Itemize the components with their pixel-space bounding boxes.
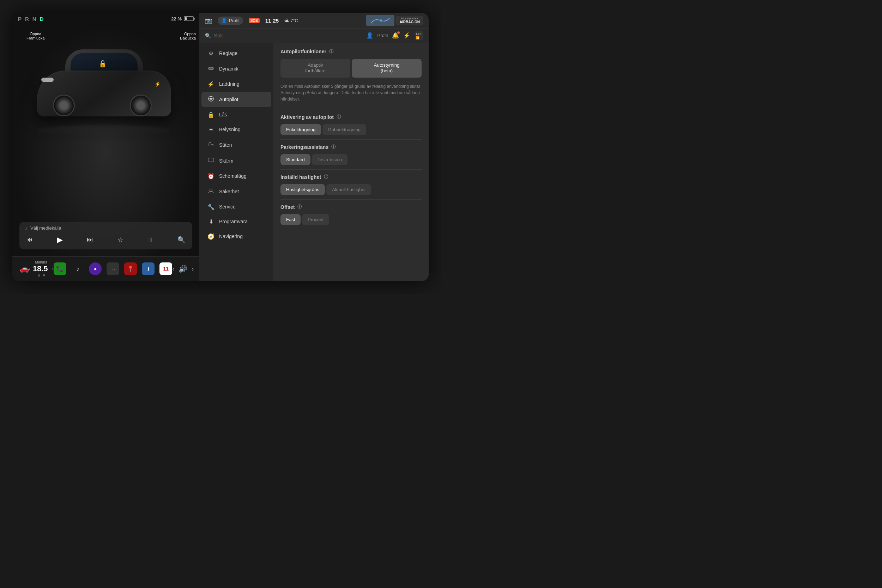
phone-app-icon[interactable]: 📞 [54, 262, 66, 275]
autopilot-description: Om en miss Autopilot sker 5 gånger på gr… [280, 83, 422, 108]
left-panel: P R N D 22 % [12, 13, 200, 281]
prev-nav-button[interactable]: ‹ [172, 265, 174, 273]
autopilot-section-title: Autopilotfunktioner ⓘ [280, 49, 422, 55]
bottom-right-icons: ‹ 🔊 › [172, 264, 194, 273]
autopilot-functions-label: Autopilotfunktioner [280, 49, 326, 54]
sidebar-item-sakerhet[interactable]: Säkerhet [201, 184, 271, 199]
reglage-icon: ⚙ [207, 50, 215, 57]
parking-section-title: Parkeringsassistans ⓘ [280, 144, 422, 150]
media-app-icon[interactable]: ● [89, 262, 102, 275]
sidebar-item-skarm[interactable]: Skärm [201, 153, 271, 169]
parking-info-icon[interactable]: ⓘ [331, 144, 336, 150]
offset-section-title: Offset ⓘ [280, 204, 422, 210]
car-status-icon[interactable]: 🚗 [20, 264, 29, 273]
offset-info-icon[interactable]: ⓘ [297, 204, 302, 210]
sidebar-item-las[interactable]: 🔒 Lås [201, 108, 271, 122]
weather-icon: 🌥 [284, 18, 289, 23]
prnd-display: P R N D [18, 16, 45, 22]
standard-parking-button[interactable]: Standard [280, 154, 310, 165]
sidebar-item-reglage[interactable]: ⚙ Reglage [201, 46, 271, 61]
sidebar-item-laddning[interactable]: ⚡ Laddning [201, 77, 271, 92]
battery-icon [184, 16, 194, 21]
autosteer-button[interactable]: Autostyrning (beta) [352, 59, 422, 78]
parking-options-group: Standard Tesla Vision [280, 154, 422, 165]
header-time: 11:25 [265, 18, 279, 24]
speed-section-title: Inställd hastighet ⓘ [280, 174, 422, 180]
svg-point-11 [212, 68, 213, 69]
equalizer-button[interactable]: ⫼ [146, 235, 155, 245]
sidebar-item-service[interactable]: 🔧 Service [201, 200, 271, 214]
search-icon: 🔍 [205, 33, 211, 39]
calendar-app-icon[interactable]: 11 [159, 262, 172, 275]
navigation-pin-icon[interactable]: 📍 [124, 262, 137, 275]
sos-badge[interactable]: SOS [249, 18, 260, 23]
bluetooth-icon[interactable]: ⚡ [403, 32, 410, 39]
speed-options-group: Hastighetsgräns Aktuell hastighet [280, 184, 422, 195]
autopilot-mode-group: Adaptiv farthållare Autostyrning (beta) [280, 59, 422, 78]
programvara-icon: ⬇ [207, 218, 215, 225]
speed-limit-button[interactable]: Hastighetsgräns [280, 184, 325, 195]
battery-fill [185, 17, 187, 20]
service-icon: 🔧 [207, 204, 215, 210]
music-app-icon[interactable]: ♪ [71, 262, 84, 275]
sidebar-label-reglage: Reglage [219, 51, 237, 56]
prnd-n: N [33, 16, 37, 22]
sidebar-item-dynamik[interactable]: Dynamik [201, 61, 271, 76]
sidebar-item-schemalägg[interactable]: ⏰ Schemalägg [201, 169, 271, 183]
sidebar-item-navigering[interactable]: 🧭 Navigering [201, 229, 271, 244]
autopilot-info-icon[interactable]: ⓘ [329, 49, 333, 55]
play-button[interactable]: ▶ [56, 234, 64, 246]
sakerhet-icon [207, 188, 215, 195]
sidebar-item-belysning[interactable]: ☀ Belysning [201, 122, 271, 137]
skarm-icon [207, 157, 215, 165]
airbag-status: AIRBAG ON [400, 20, 420, 24]
fixed-offset-button[interactable]: Fast [280, 214, 301, 225]
temp-value: 18.5 [33, 264, 48, 273]
notification-icon[interactable]: 🔔 [392, 32, 399, 39]
open-front-label[interactable]: Öppna Framlucka [27, 32, 45, 40]
prev-track-button[interactable]: ⏮ [25, 235, 34, 245]
parking-label: Parkeringsassistans [280, 144, 328, 150]
saten-icon [207, 141, 215, 149]
media-title: ♪ Välj mediekälla [25, 225, 187, 231]
navigering-icon: 🧭 [207, 233, 215, 240]
laddning-icon: ⚡ [207, 81, 215, 87]
header-profile-icons: 👤 Profil 🔔 ⚡ LTE 📶 [366, 32, 423, 40]
single-pull-button[interactable]: Enkeldragning [280, 124, 321, 135]
tesla-vision-button[interactable]: Tesla Vision [312, 154, 348, 165]
percent-offset-button[interactable]: Procent [302, 214, 329, 225]
speed-info-icon[interactable]: ⓘ [324, 174, 328, 180]
camera-icon[interactable]: 📷 [205, 17, 212, 24]
next-nav-button[interactable]: › [192, 265, 194, 273]
sidebar-item-programvara[interactable]: ⬇ Programvara [201, 214, 271, 229]
speed-label: Inställd hastighet [280, 174, 321, 180]
activation-info-icon[interactable]: ⓘ [337, 114, 341, 120]
search-media-button[interactable]: 🔍 [176, 235, 187, 245]
favorite-button[interactable]: ☆ [116, 235, 124, 245]
more-apps-icon[interactable]: ··· [106, 262, 119, 275]
volume-icon[interactable]: 🔊 [178, 264, 188, 273]
search-placeholder[interactable]: Sök [214, 33, 223, 39]
right-panel: 📷 👤 Profil SOS 11:25 🌥 7°C [200, 13, 429, 281]
mini-map[interactable] [366, 15, 394, 26]
temp-main: ‹ 18.5 › [29, 264, 54, 273]
svg-point-21 [210, 189, 212, 191]
sidebar-label-saten: Säten [219, 142, 232, 148]
open-back-label[interactable]: Öppna Baklucka [180, 32, 196, 40]
prnd-d: D [40, 16, 45, 22]
temp-decrease-button[interactable]: ‹ [29, 266, 31, 272]
lte-signal-badge: LTE 📶 [414, 32, 423, 40]
next-track-button[interactable]: ⏭ [86, 235, 94, 245]
sidebar-item-saten[interactable]: Säten [201, 137, 271, 153]
sidebar-label-belysning: Belysning [219, 127, 241, 132]
temp-sub-icons: 🌡❄ [38, 273, 45, 277]
double-pull-button[interactable]: Dubbeldragning [322, 124, 366, 135]
current-speed-button[interactable]: Aktuell hastighet [326, 184, 371, 195]
info-app-icon[interactable]: ℹ [142, 262, 154, 275]
profile-text[interactable]: Profil [378, 33, 388, 38]
profile-header-label: Profil [229, 18, 240, 23]
adaptive-cruise-button[interactable]: Adaptiv farthållare [280, 59, 350, 78]
profile-header-button[interactable]: 👤 Profil [218, 16, 243, 25]
svg-point-8 [380, 20, 382, 21]
sidebar-item-autopilot[interactable]: Autopilot [201, 92, 271, 107]
